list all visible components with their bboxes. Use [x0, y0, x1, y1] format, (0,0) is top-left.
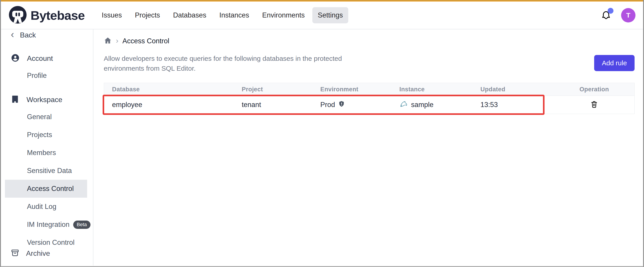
sidebar-section-workspace: Workspace: [1, 91, 93, 108]
topnav-right-cluster: T: [601, 8, 636, 22]
main-nav-links: Issues Projects Databases Instances Envi…: [96, 7, 348, 23]
col-header-database: Database: [104, 83, 234, 96]
shield-exclamation-icon: [338, 100, 345, 109]
sidebar-item-general[interactable]: General: [1, 108, 93, 126]
nav-item-instances[interactable]: Instances: [214, 7, 255, 23]
bytebase-logo[interactable]: Bytebase: [8, 5, 85, 25]
building-icon: [11, 95, 19, 105]
environment-label: Prod: [320, 101, 335, 109]
col-header-environment: Environment: [312, 83, 392, 96]
beta-badge: Beta: [73, 221, 90, 229]
sidebar-item-archive[interactable]: Archive: [1, 245, 93, 262]
cell-environment: Prod: [312, 96, 392, 114]
notification-dot: [608, 8, 614, 14]
brand-name: Bytebase: [30, 8, 85, 23]
nav-item-environments[interactable]: Environments: [257, 7, 310, 23]
sidebar-item-members[interactable]: Members: [1, 144, 93, 162]
archive-icon: [11, 249, 19, 258]
sidebar-section-account: Account: [1, 50, 93, 67]
bytebase-app-window: Bytebase Issues Projects Databases Insta…: [0, 0, 644, 267]
trash-icon: [590, 100, 598, 108]
sidebar-item-audit-log[interactable]: Audit Log: [1, 198, 93, 216]
sidebar-back-button[interactable]: ‹ Back: [1, 29, 93, 43]
sidebar-item-profile[interactable]: Profile: [1, 67, 93, 85]
nav-item-databases[interactable]: Databases: [168, 7, 212, 23]
breadcrumb: › Access Control: [104, 36, 634, 46]
archive-label: Archive: [26, 249, 50, 258]
page-description: Allow developers to execute queries for …: [104, 54, 371, 73]
access-rules-table: Database Project Environment Instance Up…: [104, 83, 634, 114]
notification-bell-button[interactable]: [601, 10, 611, 21]
settings-sidebar: ‹ Back Account Profile Workspace: [1, 29, 94, 266]
section-label-account: Account: [27, 54, 53, 63]
add-rule-button[interactable]: Add rule: [594, 55, 634, 71]
cell-project: tenant: [234, 96, 312, 114]
instance-label: sample: [411, 101, 434, 109]
col-header-project: Project: [234, 83, 312, 96]
mysql-dolphin-icon: [400, 100, 408, 110]
cell-updated: 13:53: [472, 96, 554, 114]
sidebar-item-im-integration[interactable]: IM Integration Beta: [1, 216, 93, 234]
cell-database: employee: [104, 96, 234, 114]
user-icon: [11, 53, 20, 63]
top-navigation-bar: Bytebase Issues Projects Databases Insta…: [1, 1, 643, 29]
section-label-workspace: Workspace: [26, 96, 62, 104]
top-accent-bar: [1, 0, 643, 1]
cell-instance: sample: [392, 96, 472, 114]
nav-item-issues[interactable]: Issues: [96, 7, 127, 23]
bytebase-logo-icon: [8, 5, 27, 25]
user-avatar[interactable]: T: [621, 8, 636, 22]
delete-rule-button[interactable]: [590, 99, 599, 110]
nav-item-projects[interactable]: Projects: [130, 7, 166, 23]
home-icon[interactable]: [104, 36, 112, 45]
chevron-left-icon: ‹: [11, 29, 14, 39]
sidebar-item-projects[interactable]: Projects: [1, 126, 93, 144]
sidebar-item-sensitive-data[interactable]: Sensitive Data: [1, 162, 93, 180]
chevron-right-icon: ›: [116, 36, 118, 44]
sidebar-item-access-control[interactable]: Access Control: [5, 180, 87, 198]
access-rules-table-wrap: Database Project Environment Instance Up…: [104, 83, 634, 114]
access-control-page: › Access Control Allow developers to exe…: [94, 29, 644, 266]
back-label: Back: [20, 31, 36, 39]
col-header-updated: Updated: [472, 83, 554, 96]
breadcrumb-current: Access Control: [122, 37, 169, 45]
cell-operation: [554, 96, 634, 114]
col-header-instance: Instance: [392, 83, 472, 96]
table-header-row: Database Project Environment Instance Up…: [104, 83, 634, 96]
col-header-operation: Operation: [554, 83, 634, 96]
nav-item-settings[interactable]: Settings: [312, 7, 348, 23]
table-row[interactable]: employee tenant Prod: [104, 96, 634, 114]
im-integration-label: IM Integration: [27, 221, 70, 229]
